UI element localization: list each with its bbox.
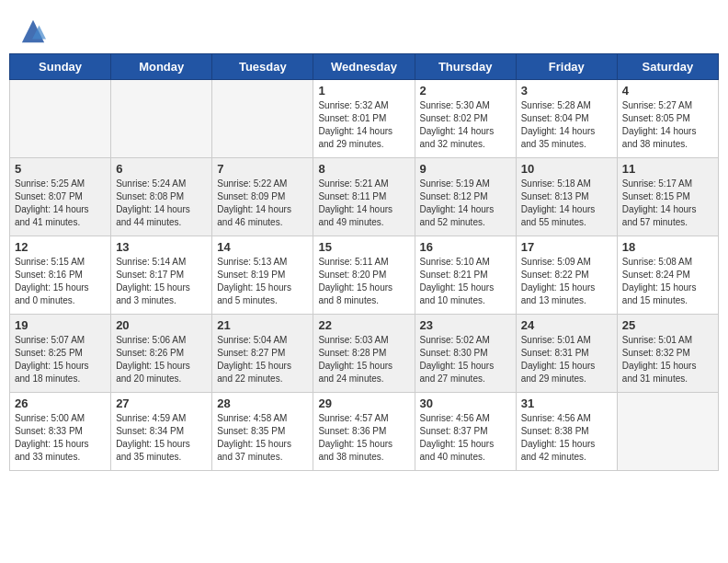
day-info: Sunrise: 5:30 AM Sunset: 8:02 PM Dayligh… bbox=[420, 99, 511, 151]
day-info: Sunrise: 5:11 AM Sunset: 8:20 PM Dayligh… bbox=[318, 256, 409, 307]
calendar-cell: 5Sunrise: 5:25 AM Sunset: 8:07 PM Daylig… bbox=[10, 158, 111, 236]
day-number: 7 bbox=[217, 162, 308, 176]
weekday-header-wednesday: Wednesday bbox=[313, 54, 415, 80]
day-info: Sunrise: 5:19 AM Sunset: 8:12 PM Dayligh… bbox=[420, 178, 511, 229]
day-info: Sunrise: 5:18 AM Sunset: 8:13 PM Dayligh… bbox=[521, 178, 612, 229]
calendar-cell: 8Sunrise: 5:21 AM Sunset: 8:11 PM Daylig… bbox=[313, 158, 415, 236]
calendar-cell: 18Sunrise: 5:08 AM Sunset: 8:24 PM Dayli… bbox=[617, 236, 718, 315]
calendar-week-row: 12Sunrise: 5:15 AM Sunset: 8:16 PM Dayli… bbox=[10, 236, 719, 315]
calendar-cell: 19Sunrise: 5:07 AM Sunset: 8:25 PM Dayli… bbox=[10, 315, 111, 393]
day-info: Sunrise: 5:08 AM Sunset: 8:24 PM Dayligh… bbox=[622, 256, 713, 307]
day-number: 12 bbox=[15, 240, 106, 254]
day-number: 20 bbox=[116, 318, 207, 332]
logo-icon bbox=[20, 18, 46, 44]
calendar-cell bbox=[212, 80, 313, 158]
day-info: Sunrise: 5:07 AM Sunset: 8:25 PM Dayligh… bbox=[15, 334, 106, 385]
day-number: 25 bbox=[622, 318, 713, 332]
day-number: 5 bbox=[15, 162, 106, 176]
weekday-header-friday: Friday bbox=[516, 54, 617, 80]
day-number: 4 bbox=[622, 84, 713, 98]
day-info: Sunrise: 4:59 AM Sunset: 8:34 PM Dayligh… bbox=[116, 412, 207, 464]
day-info: Sunrise: 4:57 AM Sunset: 8:36 PM Dayligh… bbox=[318, 412, 409, 464]
calendar-cell: 25Sunrise: 5:01 AM Sunset: 8:32 PM Dayli… bbox=[617, 315, 718, 393]
calendar-body: 1Sunrise: 5:32 AM Sunset: 8:01 PM Daylig… bbox=[10, 80, 719, 471]
day-number: 31 bbox=[521, 396, 612, 410]
day-info: Sunrise: 4:56 AM Sunset: 8:37 PM Dayligh… bbox=[420, 412, 511, 464]
calendar-cell: 4Sunrise: 5:27 AM Sunset: 8:05 PM Daylig… bbox=[617, 80, 718, 158]
calendar-cell: 29Sunrise: 4:57 AM Sunset: 8:36 PM Dayli… bbox=[313, 393, 415, 471]
day-number: 15 bbox=[318, 240, 409, 254]
weekday-header-sunday: Sunday bbox=[10, 54, 111, 80]
day-info: Sunrise: 5:21 AM Sunset: 8:11 PM Dayligh… bbox=[318, 178, 409, 229]
day-number: 17 bbox=[521, 240, 612, 254]
day-info: Sunrise: 5:09 AM Sunset: 8:22 PM Dayligh… bbox=[521, 256, 612, 307]
calendar-cell: 24Sunrise: 5:01 AM Sunset: 8:31 PM Dayli… bbox=[516, 315, 617, 393]
calendar-week-row: 1Sunrise: 5:32 AM Sunset: 8:01 PM Daylig… bbox=[10, 80, 719, 158]
day-number: 21 bbox=[217, 318, 308, 332]
day-info: Sunrise: 5:10 AM Sunset: 8:21 PM Dayligh… bbox=[420, 256, 511, 307]
day-info: Sunrise: 5:04 AM Sunset: 8:27 PM Dayligh… bbox=[217, 334, 308, 385]
day-number: 27 bbox=[116, 396, 207, 410]
day-info: Sunrise: 5:03 AM Sunset: 8:28 PM Dayligh… bbox=[318, 334, 409, 385]
calendar-cell: 2Sunrise: 5:30 AM Sunset: 8:02 PM Daylig… bbox=[415, 80, 516, 158]
weekday-header-saturday: Saturday bbox=[617, 54, 718, 80]
day-info: Sunrise: 4:56 AM Sunset: 8:38 PM Dayligh… bbox=[521, 412, 612, 464]
day-number: 1 bbox=[318, 84, 409, 98]
calendar-cell: 27Sunrise: 4:59 AM Sunset: 8:34 PM Dayli… bbox=[111, 393, 212, 471]
calendar-cell bbox=[10, 80, 111, 158]
day-info: Sunrise: 5:13 AM Sunset: 8:19 PM Dayligh… bbox=[217, 256, 308, 307]
calendar-cell: 1Sunrise: 5:32 AM Sunset: 8:01 PM Daylig… bbox=[313, 80, 415, 158]
calendar-cell: 22Sunrise: 5:03 AM Sunset: 8:28 PM Dayli… bbox=[313, 315, 415, 393]
day-number: 3 bbox=[521, 84, 612, 98]
calendar-cell: 21Sunrise: 5:04 AM Sunset: 8:27 PM Dayli… bbox=[212, 315, 313, 393]
calendar-cell: 9Sunrise: 5:19 AM Sunset: 8:12 PM Daylig… bbox=[415, 158, 516, 236]
day-info: Sunrise: 5:28 AM Sunset: 8:04 PM Dayligh… bbox=[521, 99, 612, 151]
day-info: Sunrise: 5:00 AM Sunset: 8:33 PM Dayligh… bbox=[15, 412, 106, 464]
calendar-cell: 15Sunrise: 5:11 AM Sunset: 8:20 PM Dayli… bbox=[313, 236, 415, 315]
day-number: 22 bbox=[318, 318, 409, 332]
calendar-cell: 3Sunrise: 5:28 AM Sunset: 8:04 PM Daylig… bbox=[516, 80, 617, 158]
day-info: Sunrise: 5:15 AM Sunset: 8:16 PM Dayligh… bbox=[15, 256, 106, 307]
day-info: Sunrise: 5:17 AM Sunset: 8:15 PM Dayligh… bbox=[622, 178, 713, 229]
day-number: 13 bbox=[116, 240, 207, 254]
day-info: Sunrise: 5:25 AM Sunset: 8:07 PM Dayligh… bbox=[15, 178, 106, 229]
calendar-cell: 14Sunrise: 5:13 AM Sunset: 8:19 PM Dayli… bbox=[212, 236, 313, 315]
day-info: Sunrise: 5:01 AM Sunset: 8:32 PM Dayligh… bbox=[622, 334, 713, 385]
day-number: 2 bbox=[420, 84, 511, 98]
day-number: 19 bbox=[15, 318, 106, 332]
day-info: Sunrise: 4:58 AM Sunset: 8:35 PM Dayligh… bbox=[217, 412, 308, 464]
calendar-cell: 31Sunrise: 4:56 AM Sunset: 8:38 PM Dayli… bbox=[516, 393, 617, 471]
calendar-week-row: 26Sunrise: 5:00 AM Sunset: 8:33 PM Dayli… bbox=[10, 393, 719, 471]
calendar-cell bbox=[111, 80, 212, 158]
calendar-cell: 7Sunrise: 5:22 AM Sunset: 8:09 PM Daylig… bbox=[212, 158, 313, 236]
day-number: 26 bbox=[15, 396, 106, 410]
day-number: 14 bbox=[217, 240, 308, 254]
day-number: 16 bbox=[420, 240, 511, 254]
calendar-cell bbox=[617, 393, 718, 471]
calendar-cell: 11Sunrise: 5:17 AM Sunset: 8:15 PM Dayli… bbox=[617, 158, 718, 236]
calendar-cell: 20Sunrise: 5:06 AM Sunset: 8:26 PM Dayli… bbox=[111, 315, 212, 393]
calendar-cell: 28Sunrise: 4:58 AM Sunset: 8:35 PM Dayli… bbox=[212, 393, 313, 471]
day-info: Sunrise: 5:06 AM Sunset: 8:26 PM Dayligh… bbox=[116, 334, 207, 385]
calendar-cell: 10Sunrise: 5:18 AM Sunset: 8:13 PM Dayli… bbox=[516, 158, 617, 236]
day-number: 29 bbox=[318, 396, 409, 410]
day-info: Sunrise: 5:24 AM Sunset: 8:08 PM Dayligh… bbox=[116, 178, 207, 229]
day-number: 24 bbox=[521, 318, 612, 332]
day-info: Sunrise: 5:27 AM Sunset: 8:05 PM Dayligh… bbox=[622, 99, 713, 151]
calendar-header: SundayMondayTuesdayWednesdayThursdayFrid… bbox=[10, 54, 719, 80]
calendar-cell: 13Sunrise: 5:14 AM Sunset: 8:17 PM Dayli… bbox=[111, 236, 212, 315]
day-number: 18 bbox=[622, 240, 713, 254]
day-number: 23 bbox=[420, 318, 511, 332]
calendar-cell: 30Sunrise: 4:56 AM Sunset: 8:37 PM Dayli… bbox=[415, 393, 516, 471]
day-number: 8 bbox=[318, 162, 409, 176]
weekday-header-thursday: Thursday bbox=[415, 54, 516, 80]
day-info: Sunrise: 5:32 AM Sunset: 8:01 PM Dayligh… bbox=[318, 99, 409, 151]
day-number: 30 bbox=[420, 396, 511, 410]
calendar-table: SundayMondayTuesdayWednesdayThursdayFrid… bbox=[9, 53, 719, 471]
calendar-cell: 23Sunrise: 5:02 AM Sunset: 8:30 PM Dayli… bbox=[415, 315, 516, 393]
day-info: Sunrise: 5:22 AM Sunset: 8:09 PM Dayligh… bbox=[217, 178, 308, 229]
day-number: 9 bbox=[420, 162, 511, 176]
day-number: 11 bbox=[622, 162, 713, 176]
calendar-cell: 26Sunrise: 5:00 AM Sunset: 8:33 PM Dayli… bbox=[10, 393, 111, 471]
day-number: 28 bbox=[217, 396, 308, 410]
